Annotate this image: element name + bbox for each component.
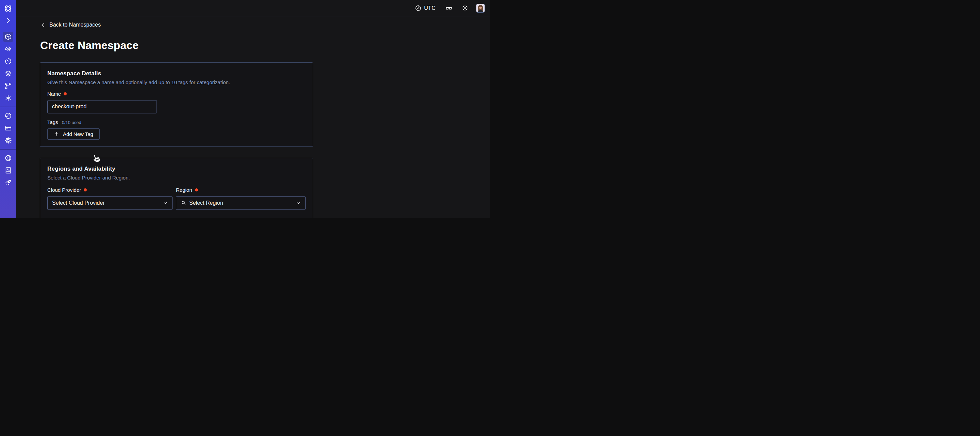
temporal-logo-icon [4, 4, 13, 13]
add-new-tag-button[interactable]: Add New Tag [47, 128, 100, 140]
gauge-icon [5, 112, 12, 120]
gear-icon [5, 137, 12, 144]
required-dot [84, 188, 87, 192]
sidebar-divider [0, 149, 16, 150]
required-dot [64, 92, 67, 95]
sidebar-item-credit-card[interactable] [3, 123, 13, 133]
card-subtitle: Select a Cloud Provider and Region. [47, 174, 305, 181]
tags-usage-counter: 0/10 used [62, 120, 81, 125]
lifebuoy-icon [5, 154, 12, 162]
chevron-down-icon [296, 200, 301, 206]
sidebar-nav [3, 32, 13, 105]
sidebar-divider [0, 107, 16, 107]
chevron-left-icon [40, 22, 46, 28]
sidebar-item-gear[interactable] [3, 135, 13, 145]
sidebar-item-timer[interactable] [3, 56, 13, 66]
cloud-provider-label: Cloud Provider [47, 187, 172, 193]
cube-icon [5, 33, 12, 40]
cloud-provider-placeholder: Select Cloud Provider [52, 200, 160, 206]
search-icon [181, 200, 186, 206]
spiral-icon [5, 45, 12, 53]
card-title: Namespace Details [47, 69, 305, 78]
sidebar-expand-button[interactable] [3, 16, 13, 24]
required-dot [195, 188, 198, 192]
region-label: Region [176, 187, 305, 193]
clock-icon [415, 5, 422, 11]
theme-toggle-button[interactable] [461, 5, 469, 11]
main-content: Back to Namespaces Create Namespace Name… [16, 16, 490, 218]
back-link[interactable]: Back to Namespaces [40, 21, 101, 29]
namespace-name-input[interactable] [47, 100, 157, 113]
back-link-label: Back to Namespaces [49, 22, 101, 28]
page-title: Create Namespace [40, 40, 490, 51]
sidebar-item-book[interactable] [3, 165, 13, 176]
user-avatar[interactable] [476, 4, 485, 13]
glasses-icon [445, 5, 453, 12]
namespace-details-card: Namespace Details Give this Namespace a … [40, 62, 313, 147]
sun-icon [461, 5, 469, 11]
cloud-provider-select[interactable]: Select Cloud Provider [47, 196, 172, 210]
sidebar-item-lifebuoy[interactable] [3, 153, 13, 163]
topbar: UTC [16, 0, 490, 16]
rocket-icon [5, 179, 12, 186]
tags-label-row: Tags 0/10 used [47, 119, 305, 126]
sidebar-item-branch[interactable] [3, 81, 13, 91]
sidebar-nav-secondary [3, 111, 13, 147]
region-placeholder: Select Region [189, 200, 293, 206]
chevron-down-icon [163, 200, 168, 206]
chevron-right-icon [5, 17, 12, 24]
region-select[interactable]: Select Region [176, 196, 305, 210]
regions-availability-card: Regions and Availability Select a Cloud … [40, 158, 313, 218]
sidebar-item-spiral[interactable] [3, 44, 13, 54]
sidebar [0, 0, 16, 218]
book-icon [5, 166, 12, 174]
sidebar-item-rocket[interactable] [3, 177, 13, 188]
layers-icon [5, 70, 12, 77]
timer-icon [5, 57, 12, 65]
timezone-label: UTC [424, 5, 436, 11]
credit-card-icon [5, 125, 12, 132]
card-title: Regions and Availability [47, 165, 305, 173]
sidebar-item-cube[interactable] [3, 32, 13, 42]
plus-icon [54, 131, 59, 137]
sidebar-item-layers[interactable] [3, 69, 13, 79]
sidebar-item-gauge[interactable] [3, 111, 13, 121]
sidebar-nav-help [3, 153, 13, 190]
card-subtitle: Give this Namespace a name and optionall… [47, 79, 305, 86]
add-new-tag-label: Add New Tag [63, 131, 93, 137]
app-root: UTC [0, 0, 490, 218]
tags-label: Tags [47, 119, 58, 126]
sidebar-item-asterisk[interactable] [3, 93, 13, 103]
asterisk-icon [5, 94, 12, 102]
name-field-label: Name [47, 91, 305, 97]
branch-icon [5, 82, 12, 89]
timezone-button[interactable]: UTC [415, 5, 436, 11]
reader-mode-button[interactable] [445, 5, 453, 12]
